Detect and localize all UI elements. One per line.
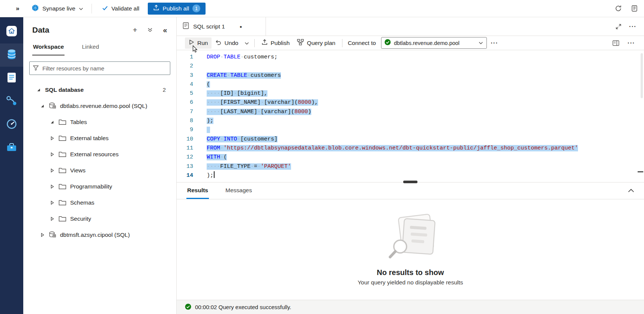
chevron-expanded-icon[interactable] bbox=[40, 104, 45, 108]
folder-icon bbox=[59, 135, 66, 141]
undo-button[interactable]: Undo bbox=[212, 37, 242, 49]
code-line-11[interactable]: 11FROM·'https://dbtlabsynapsedatalake.bl… bbox=[177, 144, 644, 153]
publish-button[interactable]: Publish bbox=[258, 37, 294, 49]
tree-item-dbtlabs-revenue-demo-pool-sql[interactable]: dbtlabs.revenue.demo.pool (SQL) bbox=[23, 98, 176, 114]
code-line-4[interactable]: 4( bbox=[177, 80, 644, 89]
nav-integrate[interactable] bbox=[0, 90, 23, 113]
collapse-results-button[interactable] bbox=[628, 189, 634, 193]
code-line-13[interactable]: 13····FILE_TYPE·=·'PARQUET' bbox=[177, 162, 644, 171]
code-line-5[interactable]: 5····[ID]·[bigint], bbox=[177, 89, 644, 98]
mode-selector[interactable]: Synapse live bbox=[29, 3, 86, 15]
chevron-expanded-icon[interactable] bbox=[36, 88, 41, 92]
chevron-collapsed-icon[interactable] bbox=[50, 200, 55, 205]
tab-more-button[interactable]: ··· bbox=[629, 23, 636, 30]
code-line-12[interactable]: 12WITH·( bbox=[177, 153, 644, 162]
chevron-collapsed-icon[interactable] bbox=[50, 136, 55, 141]
line-number: 3 bbox=[177, 71, 193, 80]
chevron-expanded-icon[interactable] bbox=[50, 120, 55, 124]
nav-home[interactable] bbox=[0, 20, 23, 43]
chevron-collapsed-icon[interactable] bbox=[50, 217, 55, 221]
nav-develop[interactable] bbox=[0, 67, 23, 90]
connect-to-pool-select[interactable]: dbtlabs.revenue.demo.pool bbox=[381, 37, 487, 49]
main-area: SQL script 1 ● ··· bbox=[177, 17, 644, 314]
line-number: 7 bbox=[177, 108, 193, 117]
code-line-1[interactable]: 1DROP·TABLE·customers; bbox=[177, 53, 644, 62]
code-line-6[interactable]: 6····[FIRST_NAME]·[varchar](8000), bbox=[177, 98, 644, 107]
tree-item-external-tables[interactable]: External tables bbox=[23, 130, 176, 146]
undo-label: Undo bbox=[224, 40, 238, 46]
tab-linked[interactable]: Linked bbox=[81, 39, 100, 55]
chevron-collapsed-icon[interactable] bbox=[50, 168, 55, 173]
notebook-icon-button[interactable] bbox=[631, 5, 638, 12]
more-icon: ··· bbox=[629, 23, 636, 30]
line-content: ); bbox=[193, 117, 213, 126]
code-line-3[interactable]: 3CREATE·TABLE·customers bbox=[177, 71, 644, 80]
pool-icon bbox=[49, 102, 56, 109]
chevron-collapsed-icon[interactable] bbox=[40, 233, 45, 237]
tree-item-dbtmsft-azsyn-cipool-sql[interactable]: dbtmsft.azsyn.cipool (SQL) bbox=[23, 227, 176, 243]
line-number: 8 bbox=[177, 117, 193, 126]
splitter-handle[interactable] bbox=[403, 181, 417, 183]
tab-messages[interactable]: Messages bbox=[225, 182, 253, 199]
code-line-10[interactable]: 10COPY·INTO·[customers] bbox=[177, 135, 644, 144]
tab-results[interactable]: Results bbox=[186, 182, 209, 199]
panel-more-button[interactable]: ··· bbox=[627, 39, 635, 47]
expand-nav-button[interactable]: » bbox=[12, 3, 23, 14]
nav-data[interactable] bbox=[0, 43, 23, 67]
tab-workspace-label: Workspace bbox=[33, 43, 64, 50]
tree-item-security[interactable]: Security bbox=[23, 211, 176, 227]
filter-resources-input[interactable] bbox=[29, 61, 170, 75]
tab-messages-label: Messages bbox=[225, 187, 252, 194]
tab-sql-script-1[interactable]: SQL script 1 ● bbox=[177, 17, 266, 36]
line-content: ( bbox=[193, 80, 210, 89]
query-plan-button[interactable]: Query plan bbox=[293, 37, 339, 49]
properties-button[interactable] bbox=[612, 40, 619, 46]
nav-monitor[interactable] bbox=[0, 113, 23, 136]
more-icon: ··· bbox=[627, 39, 635, 47]
line-content: ); bbox=[193, 171, 215, 180]
line-content: FROM·'https://dbtlabsynapsedatalake.blob… bbox=[193, 144, 578, 153]
refresh-button[interactable] bbox=[615, 5, 622, 12]
monitor-icon bbox=[6, 118, 17, 131]
chevron-collapsed-icon[interactable] bbox=[50, 152, 55, 157]
collapse-all-button[interactable] bbox=[146, 25, 155, 34]
empty-results-subtitle: Your query yielded no displayable result… bbox=[357, 279, 463, 286]
tab-results-label: Results bbox=[187, 187, 208, 194]
mode-label: Synapse live bbox=[42, 5, 75, 12]
code-line-2[interactable]: 2 bbox=[177, 62, 644, 71]
tree-item-schemas[interactable]: Schemas bbox=[23, 194, 176, 211]
selected-pool-value: dbtlabs.revenue.demo.pool bbox=[394, 40, 474, 46]
publish-label: Publish bbox=[271, 40, 290, 46]
tree-item-tables[interactable]: Tables bbox=[23, 114, 176, 130]
nav-manage[interactable] bbox=[0, 136, 23, 160]
run-button[interactable]: Run bbox=[185, 37, 212, 49]
editor-scrollbar[interactable] bbox=[641, 53, 643, 98]
line-number: 9 bbox=[177, 126, 193, 135]
add-resource-button[interactable]: + bbox=[131, 25, 140, 34]
toolbar-more-button[interactable]: ··· bbox=[487, 37, 502, 49]
chevron-collapsed-icon[interactable] bbox=[50, 184, 55, 189]
code-line-8[interactable]: 8); bbox=[177, 117, 644, 126]
tab-workspace[interactable]: Workspace bbox=[32, 39, 65, 55]
code-line-9[interactable]: 9 bbox=[177, 126, 644, 135]
tree-item-label: Tables bbox=[70, 119, 87, 126]
code-line-7[interactable]: 7····[LAST_NAME]·[varchar](8000) bbox=[177, 108, 644, 117]
tree-item-label: SQL database bbox=[45, 87, 84, 93]
line-number: 1 bbox=[177, 53, 193, 62]
sql-editor[interactable]: 1DROP·TABLE·customers;23CREATE·TABLE·cus… bbox=[177, 50, 644, 182]
tree-item-views[interactable]: Views bbox=[23, 162, 176, 178]
tree-item-programmability[interactable]: Programmability bbox=[23, 178, 176, 194]
expand-editor-button[interactable] bbox=[615, 24, 621, 30]
publish-count-badge: 1 bbox=[192, 4, 200, 12]
tree-item-label: Security bbox=[70, 215, 91, 222]
folder-icon bbox=[59, 167, 66, 173]
collapse-panel-button[interactable]: « bbox=[161, 25, 170, 34]
line-content: ····FILE_TYPE·=·'PARQUET' bbox=[193, 162, 291, 171]
tree-item-sql-database[interactable]: SQL database2 bbox=[23, 82, 176, 98]
folder-icon bbox=[59, 151, 66, 157]
publish-all-button[interactable]: Publish all 1 bbox=[148, 3, 206, 15]
tree-item-external-resources[interactable]: External resources bbox=[23, 146, 176, 162]
code-line-14[interactable]: 14); bbox=[177, 171, 644, 180]
validate-all-button[interactable]: Validate all bbox=[98, 3, 143, 15]
undo-dropdown-button[interactable] bbox=[242, 37, 251, 49]
